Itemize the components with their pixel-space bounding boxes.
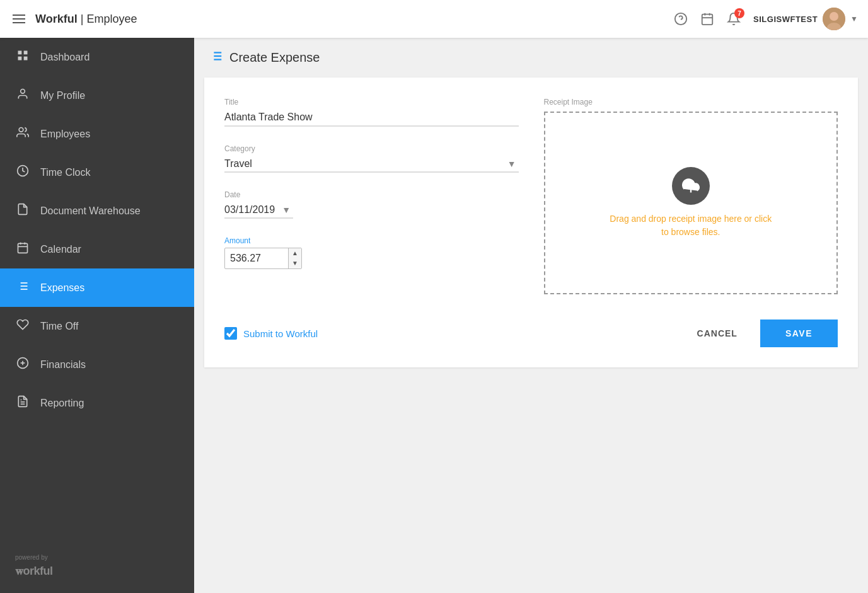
receipt-dropzone[interactable]: Drag and drop receipt image here or clic…: [544, 112, 838, 294]
sidebar-item-label: Dashboard: [40, 52, 90, 63]
date-select[interactable]: 03/11/2019: [224, 202, 293, 217]
submit-checkbox[interactable]: [224, 327, 237, 340]
sidebar-item-financials[interactable]: Financials: [0, 345, 194, 384]
form-card: Title Category Travel Meals Lodging Tran…: [204, 78, 858, 367]
sidebar-item-label: Calendar: [40, 244, 81, 255]
svg-point-13: [21, 89, 25, 94]
calendar-sidebar-icon: [15, 241, 30, 257]
form-right: Receipt Image: [544, 98, 838, 294]
grid-icon: [15, 49, 30, 65]
svg-point-14: [19, 128, 23, 132]
page-header-icon: [209, 49, 223, 66]
sidebar-item-reporting[interactable]: Reporting: [0, 384, 194, 422]
svg-rect-2: [702, 14, 713, 25]
app-body: Dashboard My Profile Employees Time Cloc…: [0, 38, 868, 593]
sidebar-item-label: Expenses: [40, 282, 84, 294]
category-select-wrapper: Travel Meals Lodging Transportation Othe…: [224, 156, 519, 173]
username: SILGISWFTEST: [753, 14, 818, 24]
sidebar-footer: powered by 𝐰orkful: [0, 541, 194, 593]
calendar-icon-button[interactable]: [700, 12, 714, 26]
page-title: Create Expense: [229, 50, 320, 65]
sidebar-item-label: Financials: [40, 359, 86, 371]
expenses-icon: [15, 280, 30, 296]
sidebar-item-document-warehouse[interactable]: Document Warehouse: [0, 192, 194, 230]
sidebar: Dashboard My Profile Employees Time Cloc…: [0, 38, 194, 593]
date-select-wrapper: 03/11/2019 ▼: [224, 202, 293, 219]
svg-rect-10: [24, 51, 28, 55]
dollar-icon: [15, 357, 30, 372]
form-left: Title Category Travel Meals Lodging Tran…: [224, 98, 519, 294]
brand-title: Workful | Employee: [35, 13, 137, 26]
date-group: Date 03/11/2019 ▼: [224, 190, 519, 219]
amount-decrement-button[interactable]: ▼: [289, 258, 301, 268]
create-expense-icon: [209, 49, 223, 63]
nav-left: Workful | Employee: [10, 12, 137, 26]
category-select[interactable]: Travel Meals Lodging Transportation Othe…: [224, 156, 519, 171]
category-label: Category: [224, 144, 519, 153]
svg-rect-12: [24, 57, 28, 60]
cloud-upload-icon: [682, 177, 700, 195]
help-icon-button[interactable]: [674, 12, 688, 26]
form-layout: Title Category Travel Meals Lodging Tran…: [224, 98, 838, 294]
sidebar-item-my-profile[interactable]: My Profile: [0, 76, 194, 115]
receipt-dropzone-text: Drag and drop receipt image here or clic…: [610, 212, 772, 239]
sidebar-item-time-clock[interactable]: Time Clock: [0, 153, 194, 192]
svg-rect-11: [18, 57, 22, 60]
form-footer: Submit to Workful CANCEL SAVE: [224, 320, 838, 347]
title-input[interactable]: [224, 109, 519, 127]
notification-icon-button[interactable]: 7: [727, 12, 741, 26]
sidebar-item-expenses[interactable]: Expenses: [0, 268, 194, 307]
person-icon: [15, 88, 30, 103]
amount-spinner: ▲ ▼: [288, 248, 301, 268]
people-icon: [15, 126, 30, 142]
calendar-nav-icon: [700, 12, 714, 26]
sidebar-item-label: Time Clock: [40, 167, 90, 178]
sidebar-item-label: Reporting: [40, 398, 84, 409]
category-group: Category Travel Meals Lodging Transporta…: [224, 144, 519, 173]
amount-input[interactable]: [225, 249, 288, 268]
title-label: Title: [224, 98, 519, 107]
sidebar-brand: 𝐰orkful: [15, 562, 179, 580]
sidebar-item-label: Document Warehouse: [40, 205, 141, 217]
amount-increment-button[interactable]: ▲: [289, 248, 301, 258]
nav-right: 7 SILGISWFTEST ▼: [674, 8, 858, 30]
sidebar-item-employees[interactable]: Employees: [0, 115, 194, 153]
footer-actions: CANCEL SAVE: [685, 320, 838, 347]
help-icon: [674, 12, 688, 26]
notification-badge: 7: [734, 8, 744, 18]
clock-icon: [15, 164, 30, 180]
save-button[interactable]: SAVE: [760, 320, 838, 347]
time-off-icon: [15, 318, 30, 334]
page-header: Create Expense: [194, 38, 868, 78]
user-info[interactable]: SILGISWFTEST ▼: [753, 8, 858, 30]
svg-rect-16: [18, 243, 28, 253]
powered-by-label: powered by: [15, 554, 179, 561]
document-icon: [15, 203, 30, 219]
title-group: Title: [224, 98, 519, 127]
svg-text:𝐰orkful: 𝐰orkful: [15, 565, 53, 577]
sidebar-item-label: Employees: [40, 129, 90, 140]
main-content: Create Expense Title Category: [194, 38, 868, 593]
svg-rect-9: [18, 51, 22, 55]
amount-label: Amount: [224, 236, 519, 245]
svg-point-7: [830, 12, 838, 21]
sidebar-item-time-off[interactable]: Time Off: [0, 307, 194, 345]
sidebar-item-label: My Profile: [40, 90, 85, 101]
amount-group: Amount ▲ ▼: [224, 236, 519, 269]
sidebar-item-label: Time Off: [40, 321, 78, 332]
cancel-button[interactable]: CANCEL: [685, 322, 750, 345]
upload-icon: [672, 167, 710, 205]
amount-wrapper: ▲ ▼: [224, 248, 302, 269]
sidebar-item-dashboard[interactable]: Dashboard: [0, 38, 194, 76]
submit-to-workful-label[interactable]: Submit to Workful: [224, 327, 318, 340]
reporting-icon: [15, 395, 30, 411]
user-dropdown-chevron[interactable]: ▼: [850, 14, 858, 23]
top-nav: Workful | Employee 7: [0, 0, 868, 38]
date-label: Date: [224, 190, 519, 199]
sidebar-item-calendar[interactable]: Calendar: [0, 230, 194, 268]
hamburger-icon[interactable]: [10, 12, 28, 26]
receipt-label: Receipt Image: [544, 98, 838, 107]
submit-label-text: Submit to Workful: [243, 328, 318, 339]
avatar: [823, 8, 845, 30]
